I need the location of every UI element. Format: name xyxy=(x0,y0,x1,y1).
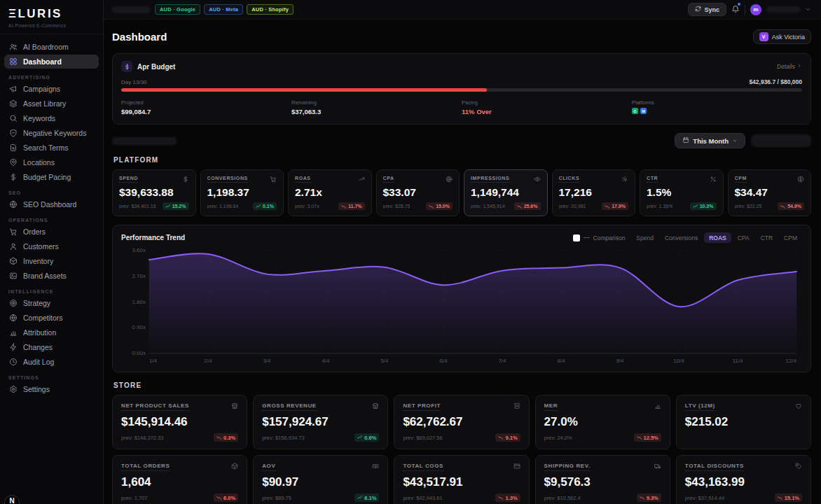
account-badge-aud-meta[interactable]: AUD · Meta xyxy=(204,4,243,15)
user-menu-chevron[interactable] xyxy=(805,6,811,13)
sidebar-item-ai-boardroom[interactable]: AI Boardroom xyxy=(4,40,99,54)
topbar-divider xyxy=(745,5,745,15)
sidebar-item-seo-dashboard[interactable]: SEO Dashboard xyxy=(4,197,99,211)
sidebar-item-negative-keywords[interactable]: Negative Keywords xyxy=(4,126,99,140)
comparison-checkbox[interactable] xyxy=(573,234,580,241)
ask-victoria-button[interactable]: V Ask Victoria xyxy=(753,29,811,44)
chart-tab-cpa[interactable]: CPA xyxy=(733,232,754,243)
victoria-avatar: V xyxy=(759,32,768,41)
account-badge-aud-shopify[interactable]: AUD · Shopify xyxy=(247,4,294,15)
svg-text:0.00x: 0.00x xyxy=(132,350,146,356)
metric-value: $90.97 xyxy=(262,475,379,489)
metric-label: TOTAL COGS xyxy=(403,463,443,471)
svg-text:7/4: 7/4 xyxy=(498,358,506,364)
metric-card-cpm[interactable]: CPM$34.47prev: $22.2554.9% xyxy=(728,169,812,216)
file-search-icon xyxy=(9,144,18,152)
main-area: AUD · GoogleAUD · MetaAUD · Shopify Sync… xyxy=(104,0,821,504)
platform-metrics-grid: SPEND$39,633.88prev: $34,401.1615.2%CONV… xyxy=(112,169,811,216)
delta-badge: 15.1% xyxy=(775,493,802,502)
sidebar-item-budget-pacing[interactable]: Budget Pacing xyxy=(4,170,99,184)
username-redacted xyxy=(766,6,800,13)
sidebar-item-locations[interactable]: Locations xyxy=(4,155,99,169)
sidebar-item-label: Competitors xyxy=(23,314,63,322)
comparison-line-sample xyxy=(584,237,590,238)
target-icon xyxy=(446,176,453,183)
sidebar-item-audit-log[interactable]: Audit Log xyxy=(4,355,99,369)
svg-text:0.90x: 0.90x xyxy=(132,324,146,330)
budget-progress-track xyxy=(121,88,802,92)
gear-icon xyxy=(9,385,18,393)
sidebar-item-dashboard[interactable]: Dashboard xyxy=(4,55,99,69)
metric-prev: prev: $37,514.44 xyxy=(685,495,724,501)
metric-card-conversions[interactable]: CONVERSIONS1,198.37prev: 1,196.640.1% xyxy=(200,169,284,216)
notifications-bell[interactable] xyxy=(731,4,740,16)
chart-tab-roas[interactable]: ROAS xyxy=(704,232,731,243)
metric-value: $215.02 xyxy=(685,415,802,429)
metric-label: AOV xyxy=(262,463,275,471)
sidebar-item-competitors[interactable]: Competitors xyxy=(4,311,99,325)
receipt-icon xyxy=(513,402,520,410)
trend-down-mini-icon xyxy=(780,204,786,209)
metric-card-total-cogs: TOTAL COGS$43,517.91prev: $42,943.611.3% xyxy=(394,455,529,504)
metric-label: CONVERSIONS xyxy=(207,176,248,183)
chart-tab-ctr[interactable]: CTR xyxy=(756,232,778,243)
account-badges: AUD · GoogleAUD · MetaAUD · Shopify xyxy=(155,4,294,15)
brand-block: ΞLURIS AI-Powered E-Commerce xyxy=(0,0,103,34)
sidebar-nav: AI BoardroomDashboardADVERTISINGCampaign… xyxy=(0,34,103,402)
metric-card-cpa[interactable]: CPA$33.07prev: $28.7515.0% xyxy=(376,169,460,216)
platform-section-label: PLATFORM xyxy=(113,156,811,164)
metric-prev: prev: $22.25 xyxy=(735,204,762,209)
trend-down-mini-icon xyxy=(498,435,504,440)
target-icon xyxy=(9,299,18,307)
sidebar-item-label: Settings xyxy=(23,385,50,393)
chart-metric-tabs: SpendConversionsROASCPACTRCPM xyxy=(631,232,802,243)
sidebar-item-label: Audit Log xyxy=(23,358,54,366)
sidebar-item-strategy[interactable]: Strategy xyxy=(4,296,99,310)
svg-text:5/4: 5/4 xyxy=(380,358,389,364)
user-avatar[interactable]: m xyxy=(750,4,761,15)
chevron-right-icon xyxy=(796,63,802,69)
svg-text:11/4: 11/4 xyxy=(733,358,743,364)
account-badge-aud-google[interactable]: AUD · Google xyxy=(155,4,200,15)
metric-card-total-orders: TOTAL ORDERS1,604prev: 1,7076.0% xyxy=(112,455,247,504)
metric-card-spend[interactable]: SPEND$39,633.88prev: $34,401.1615.2% xyxy=(112,169,196,216)
comparison-toggle[interactable]: Comparison xyxy=(573,234,626,241)
budget-details-link[interactable]: Details xyxy=(777,63,802,70)
sidebar-item-label: Changes xyxy=(23,343,53,351)
sidebar-item-orders[interactable]: Orders xyxy=(4,225,99,239)
sidebar-item-inventory[interactable]: Inventory xyxy=(4,254,99,268)
metric-value: 1,198.37 xyxy=(207,186,277,199)
period-dropdown[interactable]: This Month xyxy=(675,133,745,148)
chevron-down-icon xyxy=(732,138,738,144)
sidebar-item-search-terms[interactable]: Search Terms xyxy=(4,141,99,155)
sidebar-item-customers[interactable]: Customers xyxy=(4,239,99,253)
sync-button[interactable]: Sync xyxy=(688,3,726,16)
sidebar-item-brand-assets[interactable]: Brand Assets xyxy=(4,269,99,283)
sidebar-item-campaigns[interactable]: Campaigns xyxy=(4,82,99,96)
platform-chip-m: M xyxy=(640,108,647,114)
metric-card-clicks[interactable]: CLICKS17,216prev: 20,98117.9% xyxy=(552,169,636,216)
tag-icon xyxy=(795,463,802,470)
sidebar-item-attribution[interactable]: Attribution xyxy=(4,326,99,340)
account-name-redacted xyxy=(112,6,150,13)
metric-value: $43,163.99 xyxy=(685,475,802,489)
nav-section-intelligence: INTELLIGENCE xyxy=(8,289,95,294)
chart-tab-cpm[interactable]: CPM xyxy=(779,232,802,243)
sidebar-item-settings[interactable]: Settings xyxy=(4,382,99,396)
chart-tab-conversions[interactable]: Conversions xyxy=(660,232,703,243)
metric-card-ctr[interactable]: CTR1.5%prev: 1.36%10.3% xyxy=(640,169,724,216)
sidebar-item-asset-library[interactable]: Asset Library xyxy=(4,97,99,111)
box-icon xyxy=(9,257,18,265)
metric-card-roas[interactable]: ROAS2.71xprev: 3.07x11.7% xyxy=(288,169,372,216)
heart-icon xyxy=(795,402,802,410)
sidebar-item-changes[interactable]: Changes xyxy=(4,340,99,354)
metric-prev: prev: 20,981 xyxy=(559,204,586,209)
trending-up-icon xyxy=(358,176,365,183)
performance-trend-card: Performance Trend Comparison SpendConver… xyxy=(112,225,811,372)
sidebar-item-keywords[interactable]: Keywords xyxy=(4,111,99,125)
percent-icon xyxy=(710,176,717,183)
delta-badge: 10.3% xyxy=(690,202,717,210)
chart-tab-spend[interactable]: Spend xyxy=(631,232,658,243)
delta-badge: 0.1% xyxy=(253,202,277,210)
metric-card-impressions[interactable]: IMPRESSIONS1,149,744prev: 1,545,91425.6% xyxy=(464,169,548,216)
